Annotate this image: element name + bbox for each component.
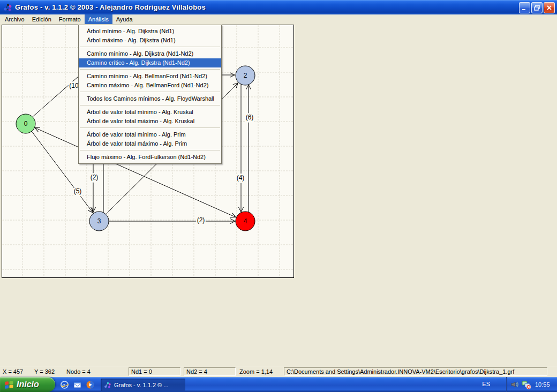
svg-text:e: e — [62, 381, 65, 389]
analysis-menu-item-2[interactable]: Camino mínimo - Alg. Dijkstra (Nd1-Nd2) — [79, 49, 221, 58]
graph-node-4[interactable]: 4 — [236, 212, 255, 231]
edge-weight-label: (2) — [91, 174, 99, 181]
edge-weight-label: (2) — [197, 216, 205, 224]
client-area: (10)(5)(2)(2)(4)(6)0234 Árbol mínimo - A… — [0, 24, 557, 366]
analysis-menu-item-4[interactable]: Camino mínimo - Alg. BellmanFord (Nd1-Nd… — [79, 72, 221, 81]
analysis-menu-item-3[interactable]: Camino crítico - Alg. Dijkstra (Nd1-Nd2) — [79, 58, 221, 67]
status-x: X = 457 — [3, 368, 23, 375]
edge-weight-label: (5) — [74, 187, 82, 195]
menu-separator — [80, 47, 220, 47]
graph-node-2[interactable]: 2 — [236, 66, 255, 85]
status-y: Y = 362 — [34, 368, 55, 375]
status-bar: X = 457 Y = 362 Nodo = 4 Nd1 = 0 Nd2 = 4… — [0, 366, 557, 377]
taskbar-button-label: Grafos - v. 1.1.2 © ... — [114, 382, 168, 388]
menu-separator — [80, 92, 220, 92]
clock[interactable]: 10:55 — [535, 381, 550, 388]
analysis-menu-item-9[interactable]: Árbol de valor total mínimo - Alg. Prim — [79, 130, 221, 139]
restore-button[interactable] — [531, 2, 543, 13]
analysis-menu-item-5[interactable]: Camino máximo - Alg. BellmanFord (Nd1-Nd… — [79, 81, 221, 90]
menubar-item-ayuda[interactable]: Ayuda — [112, 14, 137, 24]
analysis-menu-item-11[interactable]: Flujo máximo - Alg. FordFulkerson (Nd1-N… — [79, 153, 221, 162]
taskbar-button-grafos[interactable]: Grafos - v. 1.1.2 © ... — [101, 379, 185, 391]
status-nd2: Nd2 = 4 — [184, 367, 236, 376]
menu-separator — [80, 105, 220, 105]
analysis-menu-item-6[interactable]: Todos los Caminos mínimos - Alg. FloydWa… — [79, 94, 221, 103]
internet-explorer-icon[interactable]: e — [60, 380, 69, 389]
window-title: Grafos - v. 1.1.2 © 2003 - Alejandro Rod… — [15, 3, 206, 11]
menubar-item-formato[interactable]: Formato — [55, 14, 85, 24]
outlook-express-icon[interactable] — [73, 380, 82, 389]
edge-weight-label: (6) — [246, 114, 254, 121]
quick-launch-bar: e — [60, 377, 95, 392]
volume-icon[interactable] — [510, 380, 520, 389]
grafos-app-icon — [3, 3, 12, 12]
minimize-button[interactable] — [519, 2, 530, 13]
start-button-label: Inicio — [17, 380, 44, 389]
analysis-menu-item-10[interactable]: Árbol de valor total máximo - Alg. Prim — [79, 139, 221, 148]
edge-weight-label: (4) — [237, 174, 245, 182]
start-button[interactable]: Inicio — [0, 377, 55, 392]
menubar-item-edicion[interactable]: Edición — [28, 14, 55, 24]
network-disconnected-icon[interactable] — [522, 380, 531, 389]
menubar-item-archivo[interactable]: Archivo — [1, 14, 28, 24]
language-indicator[interactable]: ES — [482, 381, 490, 387]
menu-separator — [80, 150, 220, 150]
menu-bar: ArchivoEdiciónFormatoAnálisisAyuda — [0, 14, 557, 24]
system-tray: 10:55 — [506, 377, 557, 392]
menu-separator — [80, 127, 220, 128]
node-label: 0 — [24, 120, 28, 127]
node-label: 4 — [244, 217, 247, 225]
graph-node-0[interactable]: 0 — [16, 114, 35, 133]
menubar-item-analisis[interactable]: Análisis — [85, 14, 112, 24]
minimize-icon — [522, 5, 528, 11]
close-button[interactable] — [544, 2, 555, 13]
menu-separator — [80, 69, 220, 70]
grafos-task-icon — [104, 381, 111, 389]
windows-flag-icon — [4, 380, 14, 389]
desktop-screen: Grafos - v. 1.1.2 © 2003 - Alejandro Rod… — [0, 0, 557, 392]
title-bar: Grafos - v. 1.1.2 © 2003 - Alejandro Rod… — [0, 0, 557, 14]
graph-node-3[interactable]: 3 — [89, 212, 109, 231]
analysis-menu-item-1[interactable]: Árbol máximo - Alg. Dijkstra (Nd1) — [79, 36, 221, 45]
node-label: 3 — [97, 217, 101, 225]
restore-icon — [534, 5, 540, 11]
media-player-icon[interactable] — [86, 380, 95, 389]
node-label: 2 — [244, 72, 247, 79]
status-zoom: Zoom = 1,14 — [239, 368, 273, 375]
analysis-menu-item-7[interactable]: Árbol de valor total mínimo - Alg. Krusk… — [79, 108, 221, 117]
status-nd1: Nd1 = 0 — [129, 367, 180, 376]
status-node: Nodo = 4 — [66, 368, 91, 375]
analysis-dropdown-menu: Árbol mínimo - Alg. Dijkstra (Nd1)Árbol … — [78, 25, 222, 164]
close-icon — [546, 5, 552, 11]
analysis-menu-item-8[interactable]: Árbol de valor total máximo - Alg. Krusk… — [79, 117, 221, 126]
taskbar: Inicio e — [0, 377, 557, 392]
analysis-menu-item-0[interactable]: Árbol mínimo - Alg. Dijkstra (Nd1) — [79, 27, 221, 36]
status-file-path: C:\Documents and Settings\Administrador.… — [284, 367, 547, 376]
